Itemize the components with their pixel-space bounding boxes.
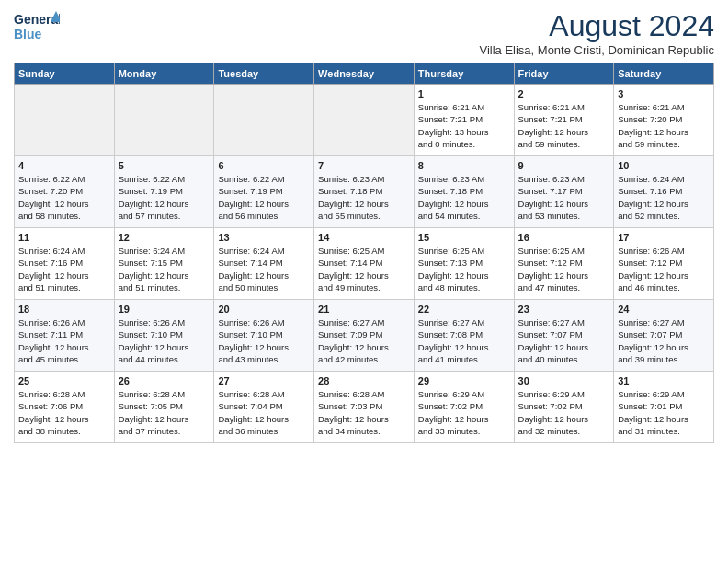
day-number: 26 bbox=[119, 375, 210, 386]
info-line: Sunrise: 6:27 AM bbox=[418, 317, 484, 327]
header: General Blue August 2024 Villa Elisa, Mo… bbox=[14, 9, 714, 57]
info-line: Sunset: 7:07 PM bbox=[618, 329, 682, 339]
week-row-5: 25Sunrise: 6:28 AMSunset: 7:06 PMDayligh… bbox=[15, 372, 714, 443]
calendar-cell: 20Sunrise: 6:26 AMSunset: 7:10 PMDayligh… bbox=[214, 300, 314, 372]
info-line: Sunset: 7:16 PM bbox=[18, 258, 83, 268]
logo-svg: General Blue bbox=[14, 9, 60, 44]
calendar-cell: 10Sunrise: 6:24 AMSunset: 7:16 PMDayligh… bbox=[614, 156, 714, 228]
info-line: and 0 minutes. bbox=[418, 139, 475, 149]
day-number: 10 bbox=[618, 160, 710, 171]
info-line: Sunrise: 6:22 AM bbox=[18, 174, 85, 184]
calendar-cell bbox=[114, 85, 214, 156]
info-line: Daylight: 12 hours bbox=[618, 270, 688, 281]
cell-info: Sunrise: 6:26 AMSunset: 7:11 PMDaylight:… bbox=[18, 316, 110, 365]
info-line: Daylight: 12 hours bbox=[119, 342, 189, 352]
calendar-cell: 23Sunrise: 6:27 AMSunset: 7:07 PMDayligh… bbox=[514, 300, 614, 372]
cell-info: Sunrise: 6:25 AMSunset: 7:12 PMDaylight:… bbox=[518, 245, 610, 293]
info-line: and 38 minutes. bbox=[18, 426, 81, 436]
day-number: 17 bbox=[618, 232, 710, 243]
cell-info: Sunrise: 6:21 AMSunset: 7:20 PMDaylight:… bbox=[618, 101, 710, 150]
info-line: Sunrise: 6:23 AM bbox=[518, 174, 585, 184]
info-line: Daylight: 12 hours bbox=[18, 270, 89, 281]
day-number: 19 bbox=[119, 304, 210, 315]
info-line: Sunrise: 6:27 AM bbox=[318, 317, 384, 327]
calendar-cell: 9Sunrise: 6:23 AMSunset: 7:17 PMDaylight… bbox=[514, 156, 614, 228]
cell-info: Sunrise: 6:22 AMSunset: 7:20 PMDaylight:… bbox=[18, 173, 110, 222]
day-number: 1 bbox=[418, 88, 510, 99]
info-line: Sunset: 7:17 PM bbox=[518, 186, 583, 196]
info-line: Sunset: 7:09 PM bbox=[318, 329, 382, 339]
info-line: Sunset: 7:14 PM bbox=[218, 258, 282, 268]
info-line: Sunrise: 6:28 AM bbox=[318, 389, 384, 399]
info-line: and 55 minutes. bbox=[318, 211, 381, 221]
info-line: Daylight: 12 hours bbox=[518, 199, 589, 209]
info-line: and 31 minutes. bbox=[618, 426, 680, 436]
calendar-cell: 7Sunrise: 6:23 AMSunset: 7:18 PMDaylight… bbox=[314, 156, 415, 228]
info-line: and 52 minutes. bbox=[618, 211, 680, 221]
info-line: Sunrise: 6:29 AM bbox=[518, 389, 585, 399]
calendar-cell: 3Sunrise: 6:21 AMSunset: 7:20 PMDaylight… bbox=[614, 85, 714, 156]
info-line: Sunset: 7:10 PM bbox=[218, 329, 282, 339]
col-header-friday: Friday bbox=[514, 63, 614, 85]
calendar-cell: 1Sunrise: 6:21 AMSunset: 7:21 PMDaylight… bbox=[414, 85, 514, 156]
cell-info: Sunrise: 6:23 AMSunset: 7:17 PMDaylight:… bbox=[518, 173, 610, 222]
calendar-cell: 19Sunrise: 6:26 AMSunset: 7:10 PMDayligh… bbox=[114, 300, 214, 372]
info-line: and 59 minutes. bbox=[618, 139, 680, 149]
info-line: and 34 minutes. bbox=[318, 426, 381, 436]
day-number: 31 bbox=[618, 375, 710, 386]
info-line: and 41 minutes. bbox=[418, 354, 481, 364]
day-number: 30 bbox=[518, 375, 610, 386]
info-line: and 58 minutes. bbox=[18, 211, 81, 221]
logo: General Blue bbox=[14, 9, 60, 44]
info-line: Sunrise: 6:26 AM bbox=[119, 317, 185, 327]
info-line: Sunrise: 6:21 AM bbox=[418, 102, 484, 112]
day-number: 3 bbox=[618, 88, 710, 99]
info-line: Sunset: 7:01 PM bbox=[618, 401, 682, 411]
info-line: Daylight: 12 hours bbox=[218, 270, 289, 281]
day-number: 6 bbox=[218, 160, 310, 171]
info-line: Sunrise: 6:25 AM bbox=[318, 246, 384, 256]
cell-info: Sunrise: 6:28 AMSunset: 7:05 PMDaylight:… bbox=[119, 388, 210, 437]
info-line: Sunset: 7:08 PM bbox=[418, 329, 483, 339]
calendar-cell: 6Sunrise: 6:22 AMSunset: 7:19 PMDaylight… bbox=[214, 156, 314, 228]
info-line: Daylight: 12 hours bbox=[518, 127, 589, 137]
info-line: Sunrise: 6:28 AM bbox=[18, 389, 85, 399]
info-line: and 32 minutes. bbox=[518, 426, 581, 436]
info-line: Daylight: 12 hours bbox=[418, 414, 489, 424]
col-header-sunday: Sunday bbox=[15, 63, 115, 85]
info-line: Daylight: 12 hours bbox=[18, 342, 89, 352]
info-line: Daylight: 12 hours bbox=[518, 342, 589, 352]
info-line: Sunset: 7:15 PM bbox=[119, 258, 183, 268]
info-line: Sunrise: 6:29 AM bbox=[418, 389, 484, 399]
calendar-cell: 24Sunrise: 6:27 AMSunset: 7:07 PMDayligh… bbox=[614, 300, 714, 372]
info-line: and 49 minutes. bbox=[318, 282, 381, 293]
info-line: Sunset: 7:02 PM bbox=[518, 401, 583, 411]
info-line: and 48 minutes. bbox=[418, 282, 481, 293]
info-line: Sunset: 7:19 PM bbox=[119, 186, 183, 196]
info-line: Sunset: 7:16 PM bbox=[618, 186, 682, 196]
info-line: and 39 minutes. bbox=[618, 354, 680, 364]
info-line: and 36 minutes. bbox=[218, 426, 280, 436]
calendar-cell bbox=[15, 85, 115, 156]
cell-info: Sunrise: 6:23 AMSunset: 7:18 PMDaylight:… bbox=[418, 173, 510, 222]
info-line: and 45 minutes. bbox=[18, 354, 81, 364]
week-row-3: 11Sunrise: 6:24 AMSunset: 7:16 PMDayligh… bbox=[15, 228, 714, 300]
info-line: Sunrise: 6:21 AM bbox=[518, 102, 585, 112]
info-line: Sunset: 7:12 PM bbox=[618, 258, 682, 268]
cell-info: Sunrise: 6:27 AMSunset: 7:08 PMDaylight:… bbox=[418, 316, 510, 365]
info-line: and 37 minutes. bbox=[119, 426, 181, 436]
cell-info: Sunrise: 6:26 AMSunset: 7:10 PMDaylight:… bbox=[218, 316, 310, 365]
calendar-cell: 31Sunrise: 6:29 AMSunset: 7:01 PMDayligh… bbox=[614, 372, 714, 443]
calendar-cell: 21Sunrise: 6:27 AMSunset: 7:09 PMDayligh… bbox=[314, 300, 415, 372]
info-line: Sunset: 7:21 PM bbox=[518, 114, 583, 124]
info-line: Sunset: 7:12 PM bbox=[518, 258, 583, 268]
calendar-cell: 27Sunrise: 6:28 AMSunset: 7:04 PMDayligh… bbox=[214, 372, 314, 443]
day-number: 21 bbox=[318, 304, 410, 315]
day-number: 13 bbox=[218, 232, 310, 243]
cell-info: Sunrise: 6:29 AMSunset: 7:01 PMDaylight:… bbox=[618, 388, 710, 437]
title-block: August 2024 Villa Elisa, Monte Cristi, D… bbox=[479, 9, 714, 57]
week-row-2: 4Sunrise: 6:22 AMSunset: 7:20 PMDaylight… bbox=[15, 156, 714, 228]
info-line: and 59 minutes. bbox=[518, 139, 581, 149]
info-line: Sunrise: 6:24 AM bbox=[618, 174, 684, 184]
info-line: Daylight: 12 hours bbox=[318, 270, 389, 281]
